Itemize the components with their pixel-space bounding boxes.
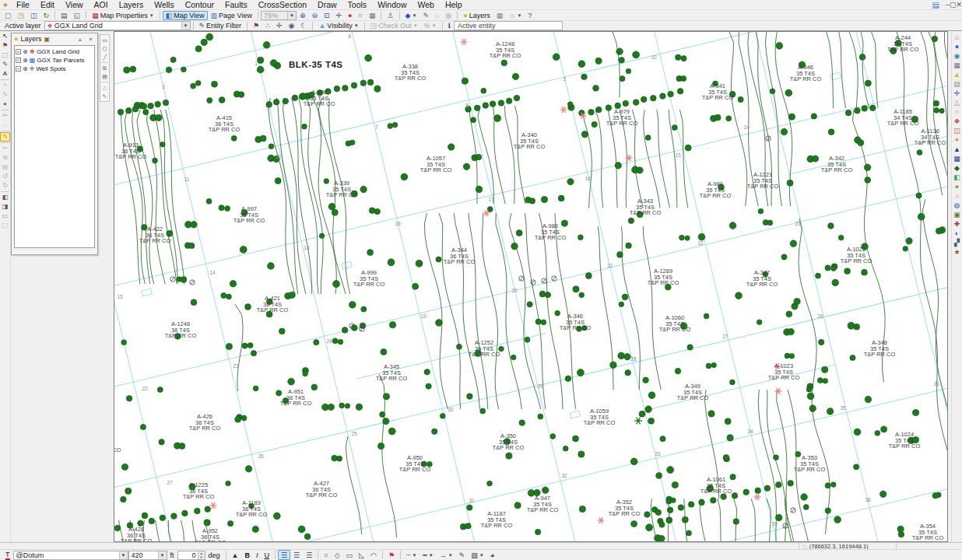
well-spot[interactable] <box>828 129 834 135</box>
well-spot[interactable] <box>501 60 507 66</box>
well-spot[interactable] <box>182 510 188 516</box>
arrow-style-button[interactable]: →▼ <box>437 550 456 560</box>
well-spot[interactable] <box>897 526 904 532</box>
well-spot[interactable] <box>806 387 812 392</box>
right-tool-14-icon[interactable]: ▦ <box>953 154 962 163</box>
fill-style-button[interactable]: ▨▼ <box>468 550 486 560</box>
well-spot[interactable] <box>803 504 809 509</box>
well-spot[interactable] <box>225 206 230 212</box>
well-spot[interactable] <box>932 493 938 499</box>
well-spot[interactable] <box>933 100 939 106</box>
well-spot[interactable] <box>875 430 880 436</box>
well-spot[interactable] <box>288 378 295 385</box>
datum-button[interactable]: ▲ <box>229 550 242 560</box>
well-spot[interactable] <box>342 327 348 334</box>
left-tool-18-icon[interactable]: ▤ <box>0 163 10 172</box>
well-spot[interactable] <box>656 473 662 479</box>
well-spot[interactable] <box>360 186 367 192</box>
well-spot[interactable] <box>727 435 733 441</box>
well-spot[interactable] <box>561 220 567 226</box>
well-spot[interactable] <box>588 109 595 115</box>
align-center-button[interactable]: ☰ <box>290 550 303 560</box>
check-out-button[interactable]: ◳Check Out▼ <box>367 21 421 30</box>
menu-faults[interactable]: Faults <box>219 0 253 9</box>
well-spot[interactable] <box>558 195 564 201</box>
well-spot[interactable] <box>212 81 218 87</box>
well-spot[interactable] <box>831 266 837 271</box>
snap-button[interactable]: ⚑ <box>250 21 262 30</box>
well-spot[interactable] <box>631 521 637 527</box>
well-spot[interactable] <box>204 520 210 526</box>
map-view-button[interactable]: ◧Map View <box>163 11 208 20</box>
fill-color-button[interactable]: ◕ <box>487 550 497 560</box>
well-spot[interactable] <box>304 534 311 540</box>
well-spot[interactable] <box>125 488 132 494</box>
well-spot[interactable] <box>245 304 251 310</box>
well-spot[interactable] <box>736 292 743 299</box>
left-tool-5-icon[interactable]: A <box>0 69 10 79</box>
well-spot[interactable] <box>195 508 201 514</box>
polygon-select-button[interactable]: ◎ <box>442 11 455 20</box>
left-tool-25-icon[interactable]: ⬚ <box>0 221 10 230</box>
well-spot[interactable] <box>426 383 431 389</box>
well-spot[interactable] <box>714 114 721 121</box>
well-spot[interactable] <box>388 124 393 129</box>
well-spot[interactable] <box>755 488 761 494</box>
menu-help[interactable]: Help <box>440 0 468 9</box>
right-tool-18-icon[interactable]: ☼ <box>953 191 962 201</box>
add-entity-button[interactable]: ✛ <box>273 21 286 30</box>
well-spot[interactable] <box>618 352 625 359</box>
well-spot[interactable] <box>383 394 389 400</box>
well-spot[interactable] <box>142 513 148 519</box>
phase-button[interactable]: ☾ <box>297 21 310 30</box>
well-spot[interactable] <box>279 328 285 334</box>
well-spot[interactable] <box>121 464 128 470</box>
underline-button[interactable]: U <box>261 550 272 560</box>
well-spot[interactable] <box>474 105 480 111</box>
well-spot[interactable] <box>844 268 851 275</box>
well-spot[interactable] <box>148 103 154 109</box>
save-button[interactable]: ◫ <box>27 11 40 20</box>
menu-file[interactable]: File <box>11 0 35 9</box>
well-spot[interactable] <box>764 485 771 492</box>
well-spot[interactable] <box>862 106 868 112</box>
well-spot[interactable] <box>538 414 543 419</box>
well-spot[interactable] <box>563 446 568 451</box>
angle-spin-steppers[interactable]: ▲▼ <box>198 551 205 559</box>
well-spot[interactable] <box>743 489 750 495</box>
well-spot[interactable] <box>681 56 686 61</box>
well-spot[interactable] <box>392 122 398 128</box>
well-spot[interactable] <box>865 80 871 86</box>
well-spot[interactable] <box>725 418 731 425</box>
well-spot[interactable] <box>253 386 258 391</box>
layer-item-ggx-tax-parcels[interactable]: +⊕▦GGX Tax Parcels <box>16 56 93 65</box>
right-tool-13-icon[interactable]: ▲ <box>953 145 962 154</box>
well-spot[interactable] <box>328 404 334 410</box>
well-spot[interactable] <box>383 418 389 425</box>
well-spot[interactable] <box>195 46 202 52</box>
well-spot[interactable] <box>369 208 375 214</box>
well-spot[interactable] <box>681 75 686 81</box>
menu-tools[interactable]: Tools <box>342 0 373 9</box>
well-spot[interactable] <box>121 340 127 345</box>
well-spot[interactable] <box>726 116 732 121</box>
well-spot[interactable] <box>242 343 248 348</box>
well-spot[interactable] <box>465 523 471 529</box>
well-spot[interactable] <box>257 66 264 73</box>
menu-view[interactable]: View <box>60 0 89 9</box>
layer-item-well-spots[interactable]: +⊕✛Well Spots <box>16 65 93 73</box>
well-spot[interactable] <box>231 135 237 141</box>
well-spot[interactable] <box>785 89 792 96</box>
well-spot[interactable] <box>668 91 674 97</box>
well-spot[interactable] <box>140 424 146 429</box>
pan-button[interactable]: ✛ <box>333 11 346 20</box>
well-spot[interactable] <box>480 408 486 414</box>
well-spot[interactable] <box>416 260 423 267</box>
well-spot[interactable] <box>848 322 855 329</box>
draw-arc-button[interactable]: ◠ <box>367 550 380 560</box>
well-spot[interactable] <box>655 509 662 516</box>
right-tool-23-icon[interactable]: ▞ <box>953 238 962 247</box>
well-spot[interactable] <box>790 240 797 247</box>
well-spot[interactable] <box>494 115 501 122</box>
zoom-out-button[interactable]: ⊖ <box>308 11 321 20</box>
